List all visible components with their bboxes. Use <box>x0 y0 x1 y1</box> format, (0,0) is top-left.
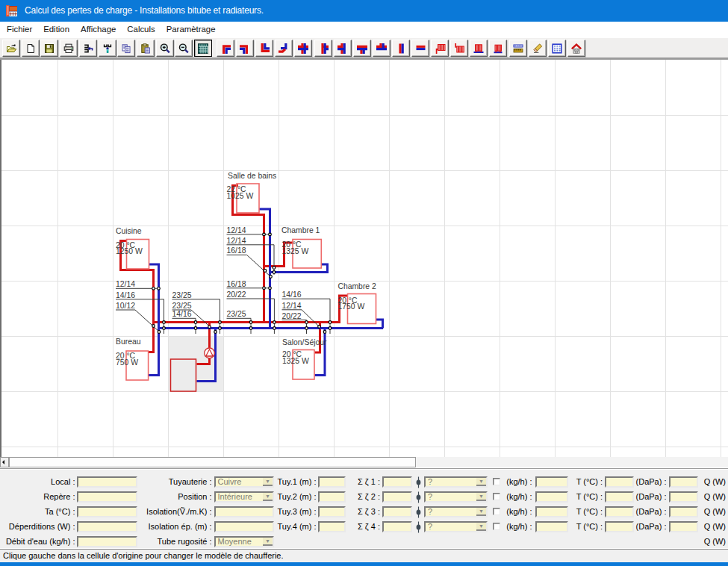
svg-text:12/14: 12/14 <box>116 280 135 288</box>
svg-text:1750 W: 1750 W <box>337 302 364 311</box>
svg-text:1250 W: 1250 W <box>116 247 143 255</box>
svg-text:Chambre 1: Chambre 1 <box>281 226 320 234</box>
svg-text:Salon/Séjour: Salon/Séjour <box>282 338 327 346</box>
svg-text:750 W: 750 W <box>116 358 138 367</box>
svg-text:23/25: 23/25 <box>227 310 246 318</box>
svg-text:12/14: 12/14 <box>227 237 246 245</box>
svg-text:1025 W: 1025 W <box>227 192 254 200</box>
svg-text:10/12: 10/12 <box>116 302 135 310</box>
svg-text:Bureau: Bureau <box>116 338 141 346</box>
svg-text:Salle de bains: Salle de bains <box>228 172 276 180</box>
svg-text:16/18: 16/18 <box>227 280 246 288</box>
svg-text:20/22: 20/22 <box>227 290 246 299</box>
svg-text:14/16: 14/16 <box>172 310 192 318</box>
svg-text:14/16: 14/16 <box>282 290 302 299</box>
svg-text:16/18: 16/18 <box>227 246 246 255</box>
svg-text:12/14: 12/14 <box>282 302 302 310</box>
svg-text:1325 W: 1325 W <box>282 357 309 365</box>
svg-text:Chambre 2: Chambre 2 <box>337 282 376 290</box>
svg-text:1325 W: 1325 W <box>282 247 309 255</box>
svg-text:12/14: 12/14 <box>227 226 246 234</box>
svg-text:23/25: 23/25 <box>172 291 192 299</box>
svg-text:23/25: 23/25 <box>172 302 192 310</box>
svg-text:14/16: 14/16 <box>116 291 135 299</box>
svg-text:Cuisine: Cuisine <box>116 227 142 235</box>
svg-text:20/22: 20/22 <box>282 312 302 320</box>
